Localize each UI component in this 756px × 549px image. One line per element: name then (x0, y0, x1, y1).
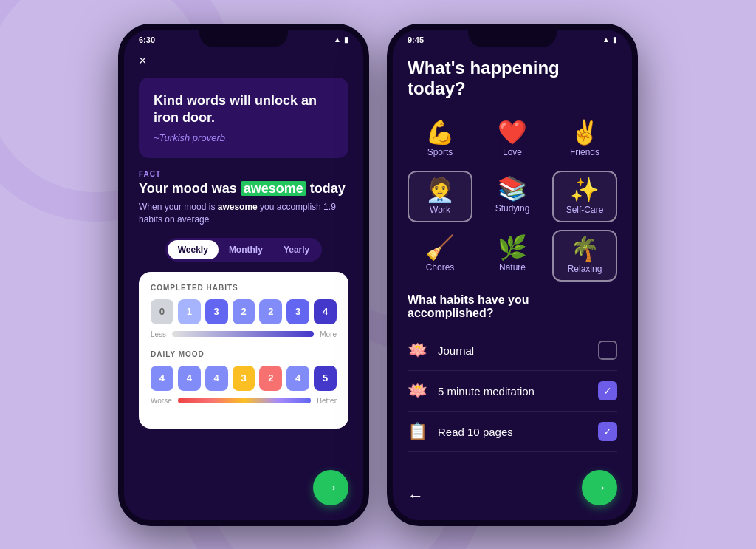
quote-text: Kind words will unlock an iron door. (154, 92, 334, 127)
phone2: 9:45 ▲ ▮ What's happening today? 💪 Sport… (387, 24, 638, 526)
fact-label: FACT (139, 170, 348, 178)
activity-love[interactable]: ❤️ Love (480, 115, 545, 163)
habit-numbers: 0 1 3 2 2 3 4 (151, 299, 337, 324)
activity-relaxing[interactable]: 🌴 Relaxing (552, 230, 617, 282)
selfcare-emoji: ✨ (570, 178, 599, 202)
relaxing-label: Relaxing (568, 264, 602, 274)
journal-name: Journal (438, 344, 588, 357)
legend-more: More (320, 330, 337, 338)
phone1-status-icons: ▲ ▮ (334, 35, 348, 44)
phone1-next-arrow: → (323, 478, 339, 497)
sports-emoji: 💪 (425, 120, 455, 144)
nature-emoji: 🌿 (498, 236, 527, 259)
love-emoji: ❤️ (498, 120, 527, 144)
mood-num-5: 4 (286, 366, 309, 391)
phone1-time: 6:30 (139, 35, 155, 44)
love-label: Love (503, 147, 522, 157)
meditation-name: 5 minute meditation (438, 385, 588, 398)
phone1-next-button[interactable]: → (313, 470, 348, 505)
stats-box: COMPLETED HABITS 0 1 3 2 2 3 4 Less More… (139, 272, 348, 429)
completed-habits-title: COMPLETED HABITS (151, 284, 337, 292)
sports-label: Sports (427, 147, 453, 157)
habit-legend: Less More (151, 330, 337, 338)
mood-legend: Worse Better (151, 397, 337, 405)
wifi-icon2: ▲ (602, 35, 610, 44)
phone2-time: 9:45 (408, 35, 424, 44)
work-emoji: 🧑‍💼 (425, 178, 455, 202)
fact-desc: When your mood is awesome you accomplish… (139, 201, 348, 226)
habit-meditation: 🪷 5 minute meditation ✓ (408, 371, 617, 412)
fact-highlight: awesome (241, 181, 306, 196)
close-button[interactable]: × (139, 53, 147, 69)
phone1: 6:30 ▲ ▮ × Kind words will unlock an iro… (118, 24, 369, 526)
chores-emoji: 🧹 (425, 236, 455, 259)
back-button[interactable]: ← (408, 486, 424, 505)
activity-grid: 💪 Sports ❤️ Love ✌️ Friends 🧑‍💼 Work (408, 115, 617, 282)
activity-chores[interactable]: 🧹 Chores (408, 230, 472, 282)
quote-author: ~Turkish proverb (154, 132, 334, 143)
mood-num-6: 5 (314, 366, 337, 391)
mood-num-4: 2 (259, 366, 282, 391)
phone2-next-button[interactable]: → (582, 470, 617, 505)
phone1-notch (199, 30, 288, 47)
habit-num-1: 1 (178, 299, 201, 324)
phone2-status-icons: ▲ ▮ (602, 35, 617, 44)
phone2-notch (468, 30, 557, 47)
work-label: Work (430, 205, 450, 215)
journal-checkbox[interactable] (598, 341, 617, 360)
journal-icon: 🪷 (408, 341, 427, 360)
friends-label: Friends (570, 147, 599, 157)
activity-work[interactable]: 🧑‍💼 Work (408, 171, 472, 222)
phones-container: 6:30 ▲ ▮ × Kind words will unlock an iro… (118, 24, 638, 526)
mood-numbers: 4 4 4 3 2 4 5 (151, 366, 337, 391)
fact-title: Your mood was awesome today (139, 181, 348, 197)
legend-worse: Worse (151, 397, 172, 405)
mood-legend-bar (178, 398, 312, 403)
studying-emoji: 📚 (498, 177, 527, 200)
reading-name: Read 10 pages (438, 426, 588, 438)
habit-num-2: 3 (205, 299, 228, 324)
meditation-checkbox[interactable]: ✓ (598, 381, 617, 400)
tab-yearly[interactable]: Yearly (273, 240, 320, 259)
selfcare-label: Self-Care (566, 205, 604, 215)
activity-friends[interactable]: ✌️ Friends (552, 115, 617, 163)
habit-num-6: 4 (314, 299, 337, 324)
habit-legend-bar (172, 331, 314, 337)
mood-num-3: 3 (233, 366, 255, 391)
friends-emoji: ✌️ (570, 120, 599, 144)
reading-checkbox[interactable]: ✓ (598, 422, 617, 441)
habit-journal: 🪷 Journal (408, 330, 617, 371)
phone2-content: What's happening today? 💪 Sports ❤️ Love… (393, 47, 632, 526)
chores-label: Chores (426, 262, 455, 273)
daily-mood-title: DAILY MOOD (151, 350, 337, 358)
activity-nature[interactable]: 🌿 Nature (480, 230, 545, 282)
activity-selfcare[interactable]: ✨ Self-Care (552, 171, 617, 222)
legend-less: Less (151, 330, 166, 338)
legend-better: Better (317, 397, 337, 405)
fact-title-prefix: Your mood was (139, 181, 241, 196)
relaxing-emoji: 🌴 (570, 237, 599, 261)
battery-icon2: ▮ (613, 35, 617, 44)
tab-weekly[interactable]: Weekly (168, 240, 219, 259)
phone2-next-arrow: → (591, 478, 608, 497)
page-title: What's happening today? (408, 58, 617, 100)
phone1-content: × Kind words will unlock an iron door. ~… (124, 47, 363, 526)
activity-studying[interactable]: 📚 Studying (480, 171, 545, 222)
habit-num-3: 2 (233, 299, 255, 324)
habits-section-title: What habits have you accomplished? (408, 293, 617, 320)
fact-title-suffix: today (306, 181, 346, 196)
activity-sports[interactable]: 💪 Sports (408, 115, 472, 163)
nature-label: Nature (499, 262, 526, 273)
habit-num-0: 0 (151, 299, 173, 324)
habit-num-4: 2 (259, 299, 282, 324)
tab-monthly[interactable]: Monthly (219, 240, 273, 259)
mood-num-1: 4 (178, 366, 201, 391)
battery-icon: ▮ (344, 35, 348, 44)
quote-box: Kind words will unlock an iron door. ~Tu… (139, 78, 348, 159)
mood-num-0: 4 (151, 366, 173, 391)
meditation-icon: 🪷 (408, 381, 427, 400)
habit-reading: 📋 Read 10 pages ✓ (408, 412, 617, 452)
reading-icon: 📋 (408, 422, 427, 441)
wifi-icon: ▲ (334, 35, 341, 44)
studying-label: Studying (495, 203, 530, 214)
